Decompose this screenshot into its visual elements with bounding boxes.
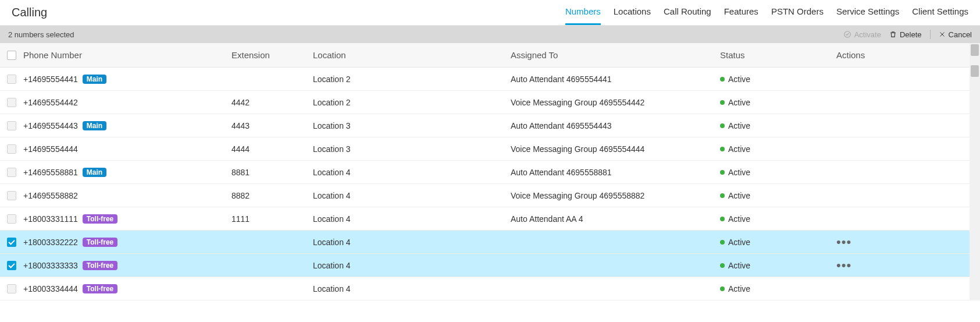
phone-number: +14695554443 bbox=[23, 121, 78, 130]
select-all-checkbox[interactable] bbox=[7, 51, 16, 60]
row-checkbox bbox=[7, 191, 16, 200]
tab-service-settings[interactable]: Service Settings bbox=[836, 6, 899, 25]
table-row[interactable]: +146955544424442Location 2Voice Messagin… bbox=[0, 91, 980, 114]
row-checkbox bbox=[7, 98, 16, 107]
toll-free-badge: Toll-free bbox=[83, 261, 117, 270]
phone-number: +18003332222 bbox=[23, 238, 78, 247]
status-dot-icon bbox=[720, 263, 725, 268]
divider bbox=[930, 30, 931, 39]
extension-cell: 8882 bbox=[231, 191, 313, 200]
row-checkbox bbox=[7, 121, 16, 130]
scroll-up-indicator[interactable] bbox=[971, 44, 979, 56]
assigned-cell: Auto Attendant 4695554441 bbox=[511, 75, 720, 84]
status-text: Active bbox=[728, 191, 750, 200]
status-dot-icon bbox=[720, 170, 725, 175]
numbers-table: Phone Number Extension Location Assigned… bbox=[0, 43, 980, 300]
selection-bar: 2 numbers selected Activate Delete Cance… bbox=[0, 26, 980, 43]
table-row[interactable]: +146955544444444Location 3Voice Messagin… bbox=[0, 137, 980, 161]
status-dot-icon bbox=[720, 193, 725, 198]
status-dot-icon bbox=[720, 100, 725, 105]
toll-free-badge: Toll-free bbox=[83, 238, 117, 247]
col-header-phone: Phone Number bbox=[23, 50, 231, 60]
tab-pstn-orders[interactable]: PSTN Orders bbox=[771, 6, 824, 25]
tab-numbers[interactable]: Numbers bbox=[565, 6, 601, 25]
toll-free-badge: Toll-free bbox=[83, 284, 117, 293]
status-dot-icon bbox=[720, 217, 725, 221]
row-actions-menu[interactable]: ••• bbox=[836, 258, 851, 273]
tab-call-routing[interactable]: Call Routing bbox=[664, 6, 711, 25]
col-header-location: Location bbox=[313, 50, 511, 60]
location-cell: Location 4 bbox=[313, 261, 511, 270]
extension-cell: 4442 bbox=[231, 98, 313, 107]
row-checkbox bbox=[7, 214, 16, 224]
col-header-status: Status bbox=[720, 50, 836, 60]
delete-label: Delete bbox=[900, 30, 922, 39]
page-header: Calling NumbersLocationsCall RoutingFeat… bbox=[0, 0, 980, 26]
table-row[interactable]: +146955588828882Location 4Voice Messagin… bbox=[0, 184, 980, 207]
phone-number: +14695554444 bbox=[23, 144, 78, 154]
location-cell: Location 2 bbox=[313, 98, 511, 107]
selection-count: 2 numbers selected bbox=[8, 30, 74, 39]
status-dot-icon bbox=[720, 240, 725, 245]
activate-button: Activate bbox=[843, 30, 881, 39]
delete-button[interactable]: Delete bbox=[889, 30, 922, 39]
row-actions-menu[interactable]: ••• bbox=[836, 235, 851, 249]
phone-number: +18003333333 bbox=[23, 261, 78, 270]
extension-cell: 4443 bbox=[231, 121, 313, 130]
phone-number: +14695554441 bbox=[23, 75, 78, 84]
status-dot-icon bbox=[720, 77, 725, 82]
table-row[interactable]: +18003333333Toll-freeLocation 4Active••• bbox=[0, 254, 980, 277]
row-checkbox bbox=[7, 144, 16, 154]
tab-client-settings[interactable]: Client Settings bbox=[912, 6, 968, 25]
row-checkbox bbox=[7, 168, 16, 177]
page-title: Calling bbox=[12, 6, 47, 25]
status-dot-icon bbox=[720, 123, 725, 128]
table-row[interactable]: +18003332222Toll-freeLocation 4Active••• bbox=[0, 231, 980, 254]
status-text: Active bbox=[728, 98, 750, 107]
phone-number: +18003331111 bbox=[23, 214, 78, 224]
assigned-cell: Voice Messaging Group 4695558882 bbox=[511, 191, 720, 200]
cancel-label: Cancel bbox=[949, 30, 972, 39]
location-cell: Location 3 bbox=[313, 144, 511, 154]
main-badge: Main bbox=[83, 121, 106, 130]
location-cell: Location 3 bbox=[313, 121, 511, 130]
toll-free-badge: Toll-free bbox=[83, 214, 117, 224]
status-text: Active bbox=[728, 284, 750, 293]
cancel-button[interactable]: Cancel bbox=[939, 30, 972, 39]
trash-icon bbox=[889, 30, 897, 38]
status-text: Active bbox=[728, 168, 750, 177]
row-checkbox[interactable] bbox=[7, 238, 16, 247]
location-cell: Location 4 bbox=[313, 284, 511, 293]
table-header-row: Phone Number Extension Location Assigned… bbox=[0, 43, 980, 68]
status-dot-icon bbox=[720, 286, 725, 291]
assigned-cell: Auto Attendant 4695554443 bbox=[511, 121, 720, 130]
tab-features[interactable]: Features bbox=[724, 6, 758, 25]
close-icon bbox=[939, 31, 946, 38]
activate-label: Activate bbox=[854, 30, 881, 39]
status-dot-icon bbox=[720, 147, 725, 151]
scrollbar-thumb[interactable] bbox=[971, 65, 979, 77]
scrollbar-track[interactable] bbox=[970, 43, 980, 300]
status-text: Active bbox=[728, 214, 750, 224]
col-header-extension: Extension bbox=[231, 50, 313, 60]
row-checkbox bbox=[7, 75, 16, 84]
table-row[interactable]: +14695554443Main4443Location 3Auto Atten… bbox=[0, 114, 980, 137]
location-cell: Location 4 bbox=[313, 191, 511, 200]
col-header-actions: Actions bbox=[836, 50, 918, 60]
assigned-cell: Voice Messaging Group 4695554444 bbox=[511, 144, 720, 154]
extension-cell: 8881 bbox=[231, 168, 313, 177]
table-row[interactable]: +14695558881Main8881Location 4Auto Atten… bbox=[0, 161, 980, 184]
status-text: Active bbox=[728, 144, 750, 154]
phone-number: +18003334444 bbox=[23, 284, 78, 293]
status-text: Active bbox=[728, 75, 750, 84]
table-row[interactable]: +18003334444Toll-freeLocation 4Active bbox=[0, 277, 980, 300]
table-row[interactable]: +18003331111Toll-free1111Location 4Auto … bbox=[0, 207, 980, 231]
tab-locations[interactable]: Locations bbox=[614, 6, 651, 25]
row-checkbox bbox=[7, 284, 16, 293]
col-header-assigned: Assigned To bbox=[511, 50, 720, 60]
assigned-cell: Auto Attendant AA 4 bbox=[511, 214, 720, 224]
phone-number: +14695558881 bbox=[23, 168, 78, 177]
row-checkbox[interactable] bbox=[7, 261, 16, 270]
table-row[interactable]: +14695554441MainLocation 2Auto Attendant… bbox=[0, 68, 980, 91]
main-badge: Main bbox=[83, 75, 106, 84]
